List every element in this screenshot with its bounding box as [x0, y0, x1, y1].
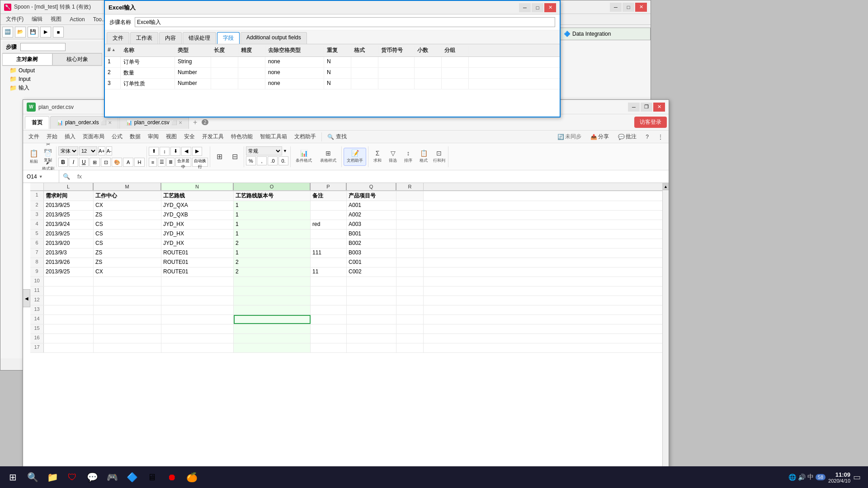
menu-action[interactable]: Action	[66, 15, 88, 23]
spoon-minimize[interactable]: ─	[610, 3, 622, 12]
sum-btn[interactable]: Σ求和	[370, 148, 385, 166]
cell-r-16[interactable]	[396, 334, 424, 343]
pivot-btn[interactable]: ⊟	[227, 148, 242, 166]
cell-r-11[interactable]	[396, 286, 424, 296]
cell-q-12[interactable]	[347, 296, 396, 305]
cell-m-1[interactable]: 工作中心	[94, 191, 161, 201]
excel-tab-additional[interactable]: Additional output fields	[241, 32, 307, 44]
cell-n-13[interactable]	[161, 305, 234, 314]
cell-n-11[interactable]	[161, 286, 234, 296]
formula-input[interactable]	[85, 171, 669, 183]
cell-n-7[interactable]: ROUTE01	[161, 249, 234, 258]
cell-m-12[interactable]	[94, 296, 161, 305]
v-scrollbar[interactable]: ▲ ▼	[662, 183, 669, 478]
cell-l-2[interactable]: 2013/9/25	[44, 201, 94, 210]
cell-m-3[interactable]: ZS	[94, 211, 161, 220]
cell-r-2[interactable]	[396, 201, 424, 210]
indent-inc-btn[interactable]: ▶	[192, 147, 202, 156]
cell-p-3[interactable]	[311, 211, 347, 220]
cell-l-5[interactable]: 2013/9/25	[44, 230, 94, 239]
cell-o-8[interactable]: 2	[234, 258, 311, 267]
menu-file[interactable]: 文件(F)	[2, 14, 27, 24]
merge-btn[interactable]: ⊡	[101, 158, 111, 167]
cell-l-4[interactable]: 2013/9/24	[44, 220, 94, 229]
cell-m-7[interactable]: ZS	[94, 249, 161, 258]
align-center-btn[interactable]: ☰	[158, 158, 166, 167]
spoon-close[interactable]: ✕	[635, 3, 647, 12]
border-btn[interactable]: ⊞	[90, 158, 100, 167]
cell-q-13[interactable]	[347, 305, 396, 314]
ribbon-search[interactable]: 🔍 查找	[325, 131, 349, 142]
taskbar-wechat[interactable]: 💬	[83, 468, 101, 486]
taskbar-terminal[interactable]: 🖥	[143, 468, 161, 486]
cell-p-7[interactable]: 111	[311, 249, 347, 258]
filter-btn[interactable]: ▽筛选	[386, 148, 400, 166]
align-left-btn[interactable]: ≡	[149, 158, 157, 167]
cell-p-6[interactable]	[311, 239, 347, 248]
cell-n-10[interactable]	[161, 277, 234, 286]
taskbar-kaspersky[interactable]: 🛡	[63, 468, 81, 486]
col-header-r[interactable]: R	[396, 183, 424, 190]
font-grow-btn[interactable]: A+	[98, 146, 105, 155]
taskbar-search[interactable]: 🔍	[24, 468, 42, 486]
italic-btn[interactable]: I	[69, 158, 78, 167]
font-color-btn[interactable]: A	[123, 158, 133, 167]
cell-p-2[interactable]	[311, 201, 347, 210]
ribbon-menu-start[interactable]: 开始	[44, 131, 60, 142]
sidebar-item-input[interactable]: 📁 Input	[2, 75, 102, 83]
toolbar-new[interactable]: 🆕	[2, 27, 13, 38]
sidebar-item-output[interactable]: 📁 Output	[2, 66, 102, 75]
ribbon-menu-insert[interactable]: 插入	[62, 131, 78, 142]
cell-o-6[interactable]: 2	[234, 239, 311, 248]
cell-r-5[interactable]	[396, 230, 424, 239]
ribbon-menu-dev[interactable]: 开发工具	[199, 131, 226, 142]
sidebar-item-import[interactable]: 📁 输入	[2, 83, 102, 93]
doc-assistant-btn[interactable]: 📝 文档助手	[344, 148, 366, 166]
cell-q-9[interactable]: C002	[347, 267, 396, 277]
cell-n-3[interactable]: JYD_QXB	[161, 211, 234, 220]
ribbon-menu-review[interactable]: 审阅	[145, 131, 161, 142]
ribbon-menu-formula[interactable]: 公式	[109, 131, 125, 142]
cell-p-9[interactable]: 11	[311, 267, 347, 277]
steps-search[interactable]	[20, 43, 66, 51]
cell-l-14[interactable]	[44, 315, 94, 324]
format-painter-btn[interactable]: 🖌 格式刷	[42, 162, 54, 170]
cell-o-14[interactable]	[234, 315, 311, 324]
cell-r-8[interactable]	[396, 258, 424, 267]
cell-l-11[interactable]	[44, 286, 94, 296]
cell-m-13[interactable]	[94, 305, 161, 314]
cell-q-6[interactable]: B002	[347, 239, 396, 248]
left-collapse-btn[interactable]: ◀	[23, 289, 30, 307]
wps-tab-xls-close[interactable]: ⬜	[101, 120, 106, 125]
cell-p-1[interactable]: 备注	[311, 191, 347, 201]
cell-r-4[interactable]	[396, 220, 424, 229]
taskbar-blue[interactable]: 🔷	[123, 468, 141, 486]
bold-btn[interactable]: B	[58, 158, 68, 167]
cell-q-5[interactable]: B001	[347, 230, 396, 239]
cell-p-17[interactable]	[311, 343, 347, 352]
cell-l-12[interactable]	[44, 296, 94, 305]
cell-q-14[interactable]	[347, 315, 396, 324]
paste-btn[interactable]: 📋 粘贴	[27, 148, 41, 166]
underline-btn[interactable]: U	[79, 158, 89, 167]
cell-m-10[interactable]	[94, 277, 161, 286]
cell-o-11[interactable]	[234, 286, 311, 296]
cell-q-17[interactable]	[347, 343, 396, 352]
cell-l-9[interactable]: 2013/9/25	[44, 267, 94, 277]
scroll-up-btn[interactable]: ▲	[663, 183, 669, 190]
cell-n-5[interactable]: JYD_HX	[161, 230, 234, 239]
excel-tab-fields[interactable]: 字段	[217, 32, 240, 44]
cell-m-9[interactable]: CX	[94, 267, 161, 277]
wps-tab-csv-x[interactable]: ✕	[179, 120, 182, 125]
cond-format-btn[interactable]: 📊 条件格式	[292, 148, 315, 166]
cell-q-7[interactable]: B003	[347, 249, 396, 258]
col-header-p[interactable]: P	[311, 183, 347, 190]
cell-n-15[interactable]	[161, 324, 234, 333]
cell-o-10[interactable]	[234, 277, 311, 286]
cell-n-16[interactable]	[161, 334, 234, 343]
cell-r-3[interactable]	[396, 211, 424, 220]
wps-tab-home[interactable]: 首页	[25, 116, 49, 129]
cell-p-11[interactable]	[311, 286, 347, 296]
comma-btn[interactable]: ,	[257, 156, 267, 165]
cell-q-2[interactable]: A001	[347, 201, 396, 210]
